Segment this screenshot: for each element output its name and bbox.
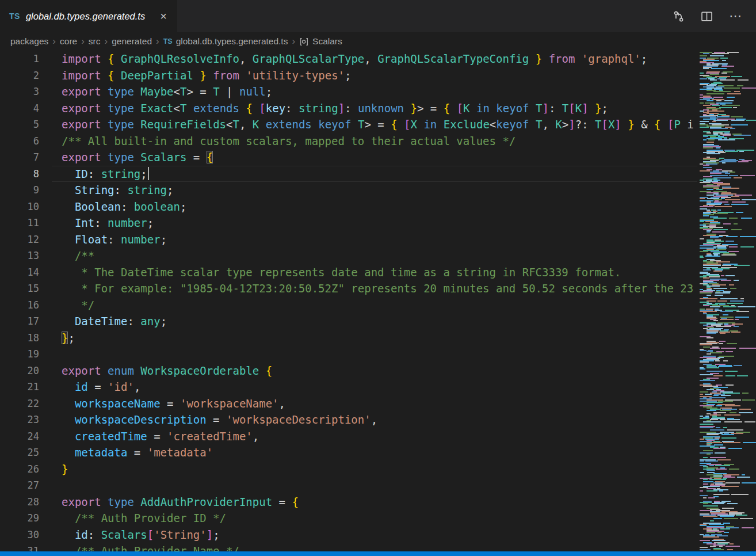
more-actions-icon[interactable]: ⋯: [729, 9, 742, 24]
breadcrumb-item-symbol[interactable]: Scalars: [299, 36, 342, 47]
line-number: 29: [0, 510, 39, 527]
line-number: 12: [0, 231, 39, 248]
line-number: 27: [0, 477, 39, 494]
code-line[interactable]: 23 workspaceDescription = 'workspaceDesc…: [0, 412, 697, 428]
line-number: 25: [0, 444, 39, 461]
tab-bar: TS global.db.types.generated.ts ×: [0, 0, 756, 32]
code-line[interactable]: 4export type Exact<T extends { [key: str…: [0, 100, 697, 117]
breadcrumb-separator-icon: ›: [105, 36, 108, 47]
text-cursor: [148, 167, 149, 180]
code-line[interactable]: 16 */: [0, 297, 697, 314]
line-number: 13: [0, 247, 39, 264]
code-line[interactable]: 21 id = 'id',: [0, 379, 697, 395]
code-editor: 1import { GraphQLResolveInfo, GraphQLSca…: [0, 51, 756, 551]
code-line[interactable]: 22 workspaceName = 'workspaceName',: [0, 395, 697, 412]
code-line[interactable]: 26}: [0, 461, 697, 478]
code-line[interactable]: 24 createdTime = 'createdTime',: [0, 428, 697, 445]
split-editor-icon[interactable]: [701, 10, 713, 22]
code-line[interactable]: 15 * For example: "1985-04-12T23:20:50.5…: [0, 280, 697, 297]
minimap[interactable]: [697, 51, 756, 551]
line-number: 23: [0, 412, 39, 428]
line-number: 24: [0, 428, 39, 445]
breadcrumb: packages›core›src›generated›TSglobal.db.…: [0, 32, 756, 51]
code-line[interactable]: 19: [0, 346, 697, 363]
code-line[interactable]: 6/** All built-in and custom scalars, ma…: [0, 133, 697, 150]
symbol-type-icon: [299, 37, 309, 47]
code-line[interactable]: 30 id: Scalars['String'];: [0, 527, 697, 543]
breadcrumb-separator-icon: ›: [52, 36, 56, 47]
code-line[interactable]: 17 DateTime: any;: [0, 313, 697, 330]
code-line[interactable]: 7export type Scalars = {: [0, 149, 697, 166]
tab-global-db-types-generated[interactable]: TS global.db.types.generated.ts ×: [0, 0, 178, 32]
code-line[interactable]: 5export type RequireFields<T, K extends …: [0, 116, 697, 133]
line-number: 28: [0, 494, 39, 511]
typescript-file-icon: TS: [163, 37, 173, 45]
line-number: 20: [0, 363, 39, 379]
code-line[interactable]: 28export type AddAuthProviderInput = {: [0, 494, 697, 511]
typescript-file-icon: TS: [9, 12, 20, 21]
line-number: 19: [0, 346, 39, 363]
breadcrumb-item-generated[interactable]: generated: [112, 36, 152, 47]
code-line[interactable]: 11 Int: number;: [0, 215, 697, 231]
line-number: 7: [0, 149, 39, 166]
tab-title: global.db.types.generated.ts: [26, 11, 145, 22]
line-number: 10: [0, 199, 39, 215]
code-line[interactable]: 12 Float: number;: [0, 231, 697, 248]
line-number: 11: [0, 215, 39, 231]
code-line[interactable]: 14 * The DateTime scalar type represents…: [0, 264, 697, 281]
line-number: 14: [0, 264, 39, 281]
line-number: 26: [0, 461, 39, 478]
vscode-window: TS global.db.types.generated.ts ×: [0, 0, 756, 556]
breadcrumb-separator-icon: ›: [292, 36, 295, 47]
breadcrumb-separator-icon: ›: [156, 36, 159, 47]
code-lines: 1import { GraphQLResolveInfo, GraphQLSca…: [0, 51, 697, 551]
breadcrumb-separator-icon: ›: [81, 36, 85, 47]
code-line[interactable]: 18};: [0, 330, 697, 346]
breadcrumb-item-file[interactable]: TSglobal.db.types.generated.ts: [163, 36, 288, 47]
code-line[interactable]: 3export type Maybe<T> = T | null;: [0, 83, 697, 100]
line-number: 22: [0, 395, 39, 412]
line-number: 18: [0, 330, 39, 346]
line-number: 3: [0, 83, 39, 100]
code-line[interactable]: 27: [0, 477, 697, 494]
line-number: 16: [0, 297, 39, 314]
line-number: 2: [0, 67, 39, 84]
line-number: 9: [0, 182, 39, 199]
line-number: 5: [0, 116, 39, 133]
code-line[interactable]: 2import { DeepPartial } from 'utility-ty…: [0, 67, 697, 84]
code-line[interactable]: 10 Boolean: boolean;: [0, 199, 697, 215]
line-number: 8: [0, 166, 39, 182]
line-number: 17: [0, 313, 39, 330]
line-number: 15: [0, 280, 39, 297]
line-number: 1: [0, 51, 39, 67]
line-number: 31: [0, 543, 39, 551]
breadcrumb-item-src[interactable]: src: [89, 36, 101, 47]
code-line[interactable]: 1import { GraphQLResolveInfo, GraphQLSca…: [0, 51, 697, 67]
open-changes-icon[interactable]: [673, 10, 685, 22]
code-line[interactable]: 31 /** Auth Provider Name */: [0, 543, 697, 551]
line-number: 30: [0, 527, 39, 543]
breadcrumb-item-packages[interactable]: packages: [10, 36, 48, 47]
code-line[interactable]: 29 /** Auth Provider ID */: [0, 510, 697, 527]
editor-actions: ⋯: [673, 0, 756, 32]
code-line[interactable]: 20export enum WorkspaceOrderable {: [0, 363, 697, 379]
breadcrumb-item-core[interactable]: core: [60, 36, 77, 47]
line-number: 21: [0, 379, 39, 395]
code-line[interactable]: 25 metadata = 'metadata': [0, 444, 697, 461]
line-number: 4: [0, 100, 39, 117]
code-line[interactable]: 13 /**: [0, 247, 697, 264]
tab-close-icon[interactable]: ×: [160, 10, 167, 22]
code-line[interactable]: 9 String: string;: [0, 182, 697, 199]
code-line[interactable]: 8 ID: string;: [0, 166, 697, 182]
status-bar: [0, 551, 756, 556]
line-number: 6: [0, 133, 39, 150]
